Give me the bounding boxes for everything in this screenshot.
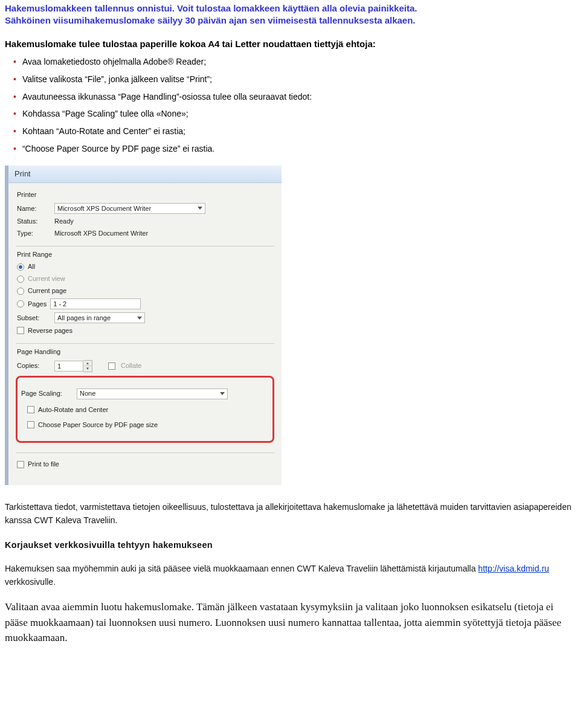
radio-all[interactable] (17, 263, 24, 271)
instruction-list: Avaa lomaketiedosto ohjelmalla Adobe® Re… (13, 56, 575, 155)
para2-prefix: Hakemuksen saa myöhemmin auki ja sitä pä… (5, 564, 478, 573)
subset-value: All pages in range (57, 314, 111, 323)
notice-line-1: Hakemuslomakkeen tallennus onnistui. Voi… (5, 2, 575, 14)
kdmid-link[interactable]: http://visa.kdmid.ru (478, 564, 549, 573)
copies-label: Copies: (17, 361, 54, 370)
page-scaling-select[interactable]: None (77, 388, 228, 399)
print-to-file-label: Print to file (28, 460, 59, 469)
print-heading: Hakemuslomake tulee tulostaa paperille k… (5, 38, 575, 50)
print-range-group: Print Range All Current view Current pag… (16, 246, 274, 343)
page-scaling-label: Page Scaling: (21, 389, 77, 398)
reverse-pages-label: Reverse pages (28, 326, 72, 335)
choose-paper-label: Choose Paper Source by PDF page size (38, 420, 158, 430)
page-handling-group: Page Handling Copies: 1 ▲ ▼ Collate Pa (16, 343, 274, 453)
auto-rotate-label: Auto-Rotate and Center (38, 405, 108, 414)
choose-paper-checkbox[interactable] (27, 421, 34, 428)
printer-group: Printer Name: Microsoft XPS Document Wri… (16, 187, 274, 246)
collate-checkbox[interactable] (108, 362, 115, 370)
subset-select[interactable]: All pages in range (54, 312, 145, 323)
para2-suffix: verkkosivulle. (5, 577, 56, 587)
notice-line-2: Sähköinen viisumihakemuslomake säilyy 30… (5, 14, 575, 27)
list-item: Kohdassa “Page Scaling” tulee olla «None… (13, 108, 575, 120)
printer-status-label: Status: (17, 217, 54, 226)
radio-current-view-label: Current view (28, 274, 65, 283)
page-scaling-value: None (80, 389, 95, 398)
radio-pages-label: Pages (28, 300, 47, 309)
print-to-file-checkbox[interactable] (17, 461, 24, 468)
printer-name-select[interactable]: Microsoft XPS Document Writer (54, 203, 205, 214)
chevron-down-icon (198, 207, 202, 210)
printer-group-title: Printer (17, 190, 273, 199)
body-paragraph-1: Tarkistettava tiedot, varmistettava tiet… (5, 501, 575, 527)
chevron-down-icon (220, 392, 225, 395)
radio-current-page[interactable] (17, 288, 24, 295)
radio-current-page-label: Current page (28, 286, 66, 295)
print-range-title: Print Range (17, 250, 273, 259)
auto-rotate-checkbox[interactable] (27, 406, 34, 413)
chevron-down-icon: ▼ (83, 366, 92, 372)
radio-current-view[interactable] (17, 275, 24, 283)
page-handling-title: Page Handling (17, 347, 273, 356)
copies-value: 1 (54, 361, 83, 372)
corrections-heading: Korjaukset verkkosivuilla tehtyyn hakemu… (5, 538, 575, 552)
list-item: “Choose Paper Source by PDF page size” e… (13, 143, 575, 155)
body-paragraph-2: Hakemuksen saa myöhemmin auki ja sitä pä… (5, 562, 575, 588)
list-item: Avaa lomaketiedosto ohjelmalla Adobe® Re… (13, 56, 575, 68)
radio-all-label: All (28, 262, 35, 271)
dialog-titlebar: Print (8, 166, 282, 183)
dialog-title: Print (14, 169, 31, 179)
printer-name-value: Microsoft XPS Document Writer (57, 204, 151, 213)
print-to-file-group: Print to file (16, 453, 274, 477)
printer-name-label: Name: (17, 204, 54, 213)
radio-pages[interactable] (17, 300, 24, 308)
list-item: Valitse valikosta “File”, jonka jälkeen … (13, 74, 575, 85)
subset-label: Subset: (17, 314, 54, 323)
body-paragraph-3: Valitaan avaa aiemmin luotu hakemuslomak… (5, 599, 575, 646)
list-item: Avautuneessa ikkunassa “Page Handling”-o… (13, 91, 575, 103)
printer-type-label: Type: (17, 229, 54, 238)
chevron-up-icon: ▲ (83, 361, 92, 367)
highlighted-settings: Page Scaling: None Auto-Rotate and Cente… (16, 376, 274, 443)
stepper-buttons[interactable]: ▲ ▼ (83, 360, 92, 372)
printer-status-value: Ready (54, 217, 74, 226)
pages-input[interactable]: 1 - 2 (50, 298, 141, 309)
print-dialog: Print Printer Name: Microsoft XPS Docume… (5, 166, 282, 485)
printer-type-value: Microsoft XPS Document Writer (54, 229, 148, 238)
copies-stepper[interactable]: 1 ▲ ▼ (54, 360, 92, 372)
chevron-down-icon (137, 317, 142, 320)
list-item: Kohtaan “Auto-Rotate and Center” ei rast… (13, 126, 575, 137)
collate-label: Collate (121, 362, 141, 369)
reverse-pages-checkbox[interactable] (17, 327, 24, 334)
